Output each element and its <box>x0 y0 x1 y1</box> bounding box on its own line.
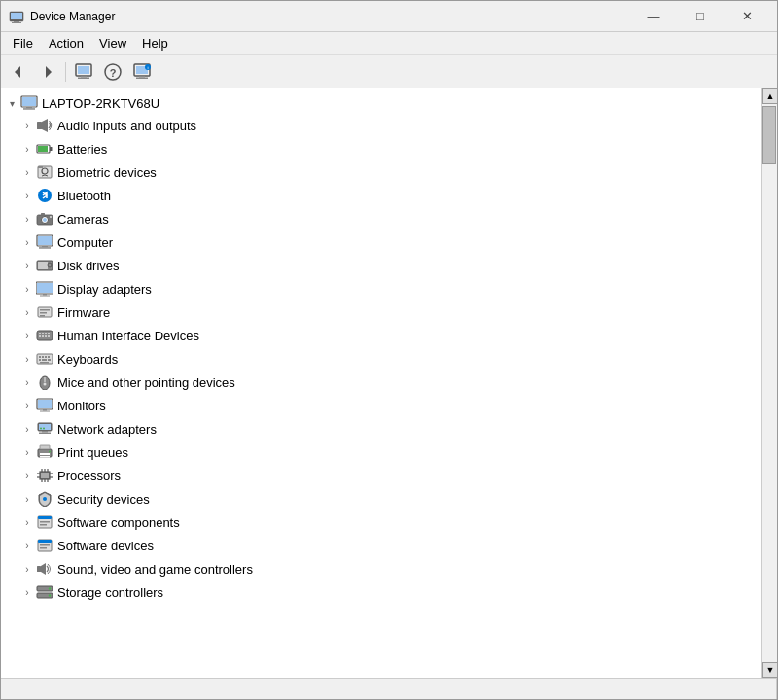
scroll-down-button[interactable]: ▼ <box>762 662 777 678</box>
tree-item[interactable]: › Bluetooth <box>1 184 761 207</box>
item-label-2: Biometric devices <box>57 165 157 180</box>
svg-rect-25 <box>50 147 53 151</box>
close-button[interactable]: ✕ <box>725 5 769 28</box>
svg-point-114 <box>49 594 51 596</box>
item-chevron-16: › <box>20 492 34 506</box>
software-icon <box>36 537 53 554</box>
svg-rect-53 <box>39 332 41 334</box>
item-chevron-8: › <box>20 305 34 319</box>
scroll-track[interactable] <box>762 104 777 662</box>
content-area: ▾ LAPTOP-2RKTV68U › Audio inputs <box>1 88 777 678</box>
tree-item[interactable]: › Human Interface Devices <box>1 324 761 347</box>
item-chevron-2: › <box>20 165 34 179</box>
root-item[interactable]: ▾ LAPTOP-2RKTV68U <box>1 92 761 114</box>
status-text <box>1 679 777 699</box>
tree-item[interactable]: › Processors <box>1 464 761 487</box>
svg-rect-84 <box>40 445 50 449</box>
tree-item[interactable]: › Software components <box>1 510 761 534</box>
item-chevron-0: › <box>20 119 34 132</box>
tree-item[interactable]: › Firmware <box>1 300 761 324</box>
forward-button[interactable] <box>34 59 61 85</box>
menu-help[interactable]: Help <box>134 32 176 54</box>
tree-item[interactable]: › Mice and other pointing devices <box>1 370 761 394</box>
tree-item[interactable]: › Biometric devices <box>1 160 761 184</box>
item-chevron-17: › <box>20 515 34 529</box>
item-chevron-20: › <box>20 585 34 599</box>
tree-item[interactable]: › Sound, video and game controllers <box>1 557 761 580</box>
item-label-6: Disk drives <box>57 259 120 273</box>
scroll-up-button[interactable]: ▲ <box>762 88 777 104</box>
properties-button[interactable] <box>70 59 97 85</box>
svg-rect-41 <box>38 262 48 269</box>
storage-icon <box>36 583 53 601</box>
item-chevron-15: › <box>20 469 34 482</box>
menu-file[interactable]: File <box>5 32 41 54</box>
svg-rect-75 <box>43 409 47 411</box>
tree-panel[interactable]: ▾ LAPTOP-2RKTV68U › Audio inputs <box>1 88 761 678</box>
svg-point-82 <box>43 428 45 430</box>
minimize-button[interactable]: — <box>631 5 676 28</box>
root-chevron: ▾ <box>5 96 18 110</box>
svg-rect-66 <box>39 359 41 361</box>
monitor-icon <box>36 397 53 414</box>
svg-marker-23 <box>42 119 48 132</box>
tree-item[interactable]: › Disk drives <box>1 254 761 277</box>
item-chevron-13: › <box>20 422 34 436</box>
svg-rect-45 <box>37 283 53 293</box>
scrollbar[interactable]: ▲ ▼ <box>761 88 777 678</box>
tree-item[interactable]: › Computer <box>1 230 761 254</box>
tree-item[interactable]: › Cameras <box>1 207 761 230</box>
svg-rect-57 <box>39 335 41 337</box>
item-label-9: Human Interface Devices <box>57 329 199 343</box>
tree-item[interactable]: › Print queues <box>1 440 761 464</box>
svg-point-113 <box>49 587 51 589</box>
svg-rect-39 <box>39 247 51 249</box>
tree-item[interactable]: › Software devices <box>1 534 761 557</box>
svg-point-43 <box>49 264 51 266</box>
back-button[interactable] <box>5 59 32 85</box>
tree-item[interactable]: › Batteries <box>1 137 761 160</box>
svg-rect-74 <box>38 400 52 408</box>
extra-button[interactable]: i <box>128 59 156 85</box>
item-chevron-10: › <box>20 352 34 366</box>
keyboard-icon <box>36 350 53 368</box>
tree-item[interactable]: › Audio inputs and outputs <box>1 114 761 137</box>
svg-rect-109 <box>37 566 41 572</box>
svg-rect-2 <box>14 21 19 22</box>
item-chevron-14: › <box>20 445 34 459</box>
item-label-20: Storage controllers <box>57 585 163 600</box>
menu-action[interactable]: Action <box>41 32 91 54</box>
item-label-15: Processors <box>57 469 121 483</box>
item-label-3: Bluetooth <box>57 189 111 203</box>
network-icon <box>36 420 53 438</box>
item-label-7: Display adapters <box>57 282 152 297</box>
maximize-button[interactable]: □ <box>678 5 723 28</box>
item-chevron-11: › <box>20 375 34 389</box>
svg-rect-68 <box>48 359 51 361</box>
svg-rect-22 <box>37 122 42 129</box>
svg-rect-19 <box>22 97 36 106</box>
tree-item[interactable]: › Monitors <box>1 394 761 417</box>
svg-rect-29 <box>38 166 43 168</box>
svg-rect-14 <box>139 76 145 78</box>
help-button[interactable]: ? <box>99 59 126 85</box>
svg-rect-86 <box>40 456 50 458</box>
tree-item[interactable]: › Network adapters <box>1 417 761 440</box>
svg-point-72 <box>44 383 47 386</box>
item-label-12: Monitors <box>57 399 106 413</box>
tree-item[interactable]: › Storage controllers <box>1 580 761 604</box>
item-label-8: Firmware <box>57 305 110 320</box>
svg-rect-55 <box>45 332 47 334</box>
scroll-thumb[interactable] <box>762 106 776 164</box>
svg-rect-69 <box>40 362 49 364</box>
item-label-1: Batteries <box>57 142 107 157</box>
svg-rect-59 <box>45 335 47 337</box>
menu-view[interactable]: View <box>91 32 134 54</box>
item-label-0: Audio inputs and outputs <box>57 119 196 133</box>
tree-item[interactable]: › Keyboards <box>1 347 761 370</box>
item-label-5: Computer <box>57 235 113 250</box>
tree-item[interactable]: › Display adapters <box>1 277 761 300</box>
item-label-19: Sound, video and game controllers <box>57 562 253 577</box>
tree-item[interactable]: › Security devices <box>1 487 761 510</box>
item-label-14: Print queues <box>57 445 128 460</box>
